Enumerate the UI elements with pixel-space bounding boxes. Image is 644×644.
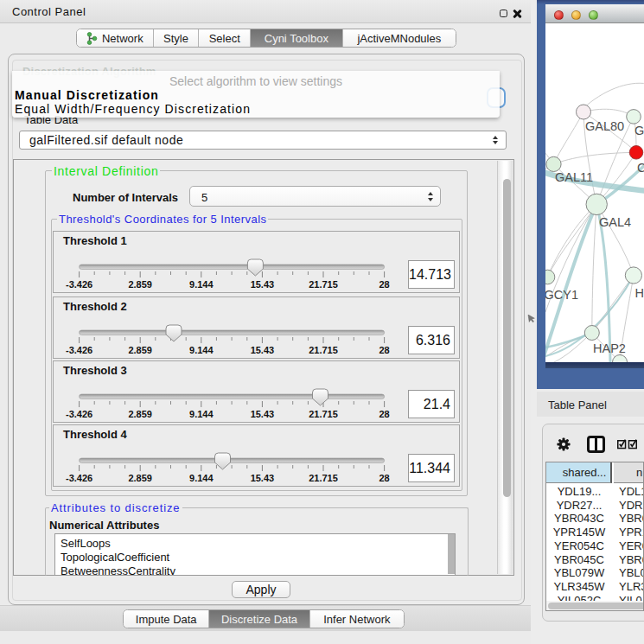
svg-text:GAL4: GAL4 xyxy=(599,215,631,229)
svg-text:HAP2: HAP2 xyxy=(593,341,626,355)
svg-text:GA: GA xyxy=(634,124,644,137)
svg-text:C: C xyxy=(637,161,644,175)
svg-text:GCY1: GCY1 xyxy=(545,288,578,302)
svg-text:GAL11: GAL11 xyxy=(555,170,593,184)
svg-text:H: H xyxy=(635,286,644,300)
svg-text:GAL80: GAL80 xyxy=(585,119,624,133)
